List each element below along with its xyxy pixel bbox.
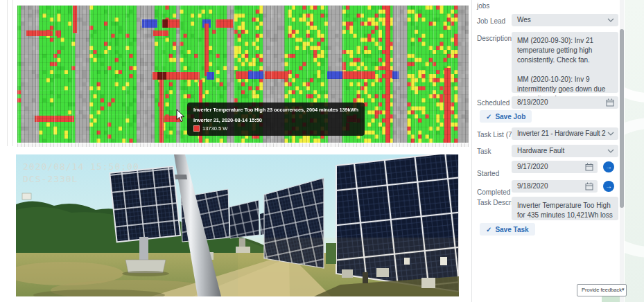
app-window: Inverter Temperature Too High 23 occurre… <box>0 0 644 302</box>
swirl-graphic <box>625 118 644 258</box>
description-textarea[interactable]: MM (2020-09-30): Inv 21 temperature gett… <box>512 32 618 93</box>
check-icon: ✓ <box>486 226 491 233</box>
started-go-button[interactable]: → <box>603 161 614 172</box>
job-details-panel: jobs Job Lead Wes Description MM (2020-0… <box>471 0 625 302</box>
brand-background <box>625 0 644 302</box>
tooltip-title: Inverter Temperature Too High 23 occurre… <box>193 107 358 113</box>
save-task-button[interactable]: ✓ Save Task <box>480 223 535 236</box>
job-lead-value: Wes <box>517 16 531 24</box>
panel-header: jobs <box>477 2 489 10</box>
photo-sign <box>22 193 31 199</box>
heatmap-tooltip: Inverter Temperature Too High 23 occurre… <box>187 103 365 136</box>
tooltip-value-row: 13730.5 W <box>193 125 358 132</box>
completed-date-input[interactable]: 9/18/2020 <box>512 180 598 193</box>
scheduled-label: Scheduled <box>477 99 510 107</box>
task-list-label: Task List (7) <box>477 131 514 139</box>
site-camera-photo: 2020/08/14 15:50:00 DCS-2330L <box>16 154 459 296</box>
camera-timestamp: 2020/08/14 15:50:00 <box>23 161 139 172</box>
provide-feedback-button[interactable]: Provide feedback <box>577 284 627 296</box>
solar-panel-near <box>110 166 180 242</box>
scheduled-date-value: 8/19/2020 <box>517 98 548 106</box>
panel-scrollbar-thumb[interactable] <box>620 29 624 208</box>
chevron-down-icon <box>607 149 614 153</box>
mouse-cursor-icon <box>176 109 185 123</box>
swirl-graphic <box>625 0 644 103</box>
feedback-caret-icon: ▾ <box>622 287 625 292</box>
calendar-icon[interactable] <box>606 98 614 107</box>
task-value: Hardware Fault <box>517 147 564 154</box>
started-date-value: 9/17/2020 <box>517 163 548 170</box>
task-select[interactable]: Hardware Fault <box>512 145 618 157</box>
completed-go-button[interactable]: → <box>603 181 614 192</box>
calendar-icon[interactable] <box>585 163 593 171</box>
task-label: Task <box>477 148 491 155</box>
started-label: Started <box>477 170 499 177</box>
tooltip-value: 13730.5 W <box>202 125 227 132</box>
completed-date-value: 9/18/2020 <box>517 182 548 190</box>
check-icon: ✓ <box>486 113 491 121</box>
series-swatch-icon <box>193 125 200 132</box>
chevron-down-icon <box>607 132 614 136</box>
task-list-select[interactable]: Inverter 21 - Hardware Fault 2 <box>512 127 618 140</box>
camera-model: DCS-2330L <box>23 174 78 184</box>
scheduled-date-input[interactable]: 8/19/2020 <box>512 96 618 109</box>
heatmap-time-axis <box>17 143 469 147</box>
save-job-label: Save Job <box>495 113 525 121</box>
task-description-textarea[interactable]: Inverter Temperature Too High for 435 mi… <box>512 197 618 220</box>
calendar-icon[interactable] <box>585 182 593 190</box>
started-date-input[interactable]: 9/17/2020 <box>512 161 598 173</box>
job-lead-label: Job Lead <box>477 17 505 25</box>
tooltip-subtitle: Inverter 21, 2020-08-14 15:50 <box>193 117 358 123</box>
description-label: Description <box>477 35 512 42</box>
save-task-label: Save Task <box>495 226 528 233</box>
completed-label: Completed <box>477 188 510 196</box>
left-scroll-strip[interactable] <box>7 0 13 146</box>
task-list-value: Inverter 21 - Hardware Fault 2 <box>517 130 605 137</box>
chevron-down-icon <box>607 18 614 22</box>
solar-panel-mid <box>229 200 259 238</box>
save-job-button[interactable]: ✓ Save Job <box>480 110 532 123</box>
job-lead-select[interactable]: Wes <box>512 14 618 26</box>
